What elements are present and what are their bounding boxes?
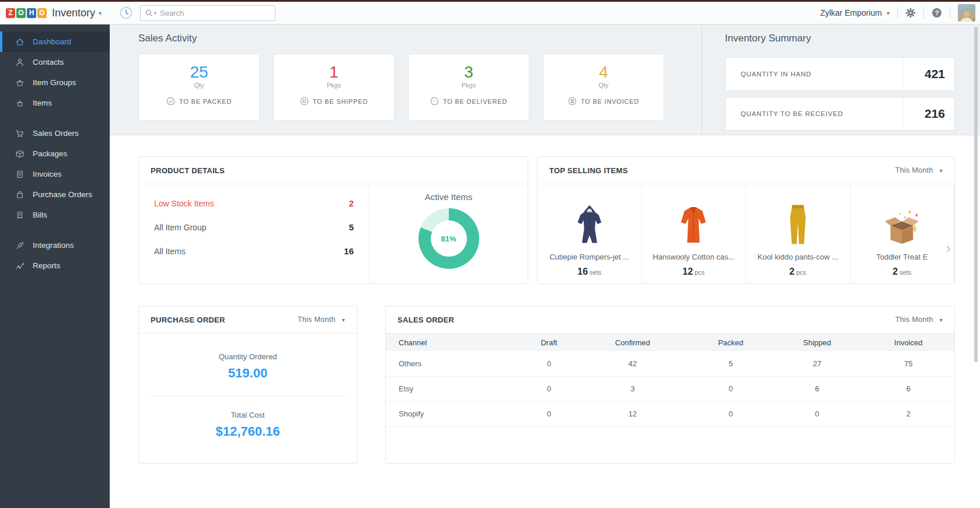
column-header: Shipped (772, 334, 862, 351)
cart-icon (15, 129, 25, 138)
top-selling-title: TOP SELLING ITEMS (549, 166, 628, 175)
card-label: TO BE DELIVERED (443, 98, 507, 105)
help-icon: ? (932, 8, 942, 18)
all-items-row[interactable]: All Items 16 (154, 239, 354, 263)
bill-icon (15, 211, 25, 220)
card-unit: Pkgs (409, 82, 529, 89)
organization-selector[interactable]: Zylkar Emporium ▾ (820, 8, 890, 17)
divider (950, 6, 950, 19)
dashed-divider (151, 396, 345, 397)
basket-icon (15, 99, 25, 108)
card-value: 3 (409, 64, 529, 81)
table-header-row: Channel Draft Confirmed Packed Shipped I… (386, 334, 954, 351)
sidebar-item-reports[interactable]: Reports (0, 255, 110, 276)
recent-history-button[interactable] (119, 6, 133, 20)
chevron-down-icon: ▾ (940, 167, 943, 174)
sidebar-item-integrations[interactable]: Integrations (0, 235, 110, 255)
all-item-group-row[interactable]: All Item Group 5 (154, 215, 354, 239)
quantity-to-be-received-card[interactable]: QUANTITY TO BE RECEIVED 216 (725, 97, 955, 131)
low-stock-items-row[interactable]: Low Stock Items 2 (154, 191, 354, 215)
help-button[interactable]: ? (932, 8, 942, 18)
sidebar-item-packages[interactable]: Packages (0, 143, 110, 164)
purchase-order-period-dropdown[interactable]: This Month ▾ (298, 316, 345, 324)
product-name: Inventory (52, 7, 95, 19)
doc-circle-icon (568, 97, 577, 106)
quantity-in-hand-card[interactable]: QUANTITY IN HAND 421 (725, 57, 955, 91)
sidebar-item-label: Sales Orders (33, 129, 79, 138)
card-to-be-delivered[interactable]: 3 Pkgs TO BE DELIVERED (408, 54, 529, 121)
product-details-title: PRODUCT DETAILS (151, 166, 225, 175)
cardigan-image (676, 198, 710, 247)
active-items-section: Active Items 81% (369, 184, 528, 284)
table-row: Etsy 0 3 0 6 6 (386, 376, 954, 401)
sidebar-item-sales-orders[interactable]: Sales Orders (0, 123, 110, 143)
package-icon (15, 149, 25, 159)
quantity-ordered-label: Quantity Ordered (139, 352, 357, 361)
column-header: Confirmed (576, 334, 689, 351)
total-cost-value[interactable]: $12,760.16 (139, 424, 357, 439)
sidebar-item-dashboard[interactable]: Dashboard (0, 31, 110, 52)
sales-activity-cards: 25 Qty TO BE PACKED 1 Pkgs TO BE SHIPPED… (138, 54, 664, 121)
sales-order-panel: SALES ORDER This Month ▾ Channel Draft C… (385, 306, 955, 464)
carousel-next-button[interactable]: › (943, 238, 953, 258)
card-value: 4 (543, 64, 664, 81)
sales-activity-title: Sales Activity (138, 33, 197, 44)
top-selling-item[interactable]: Hanswooly Cotton cas... 12pcs (642, 184, 747, 284)
card-to-be-invoiced[interactable]: 4 Qty TO BE INVOICED (543, 54, 664, 121)
chevron-right-icon: › (946, 239, 951, 257)
top-selling-item[interactable]: Toddler Treat E 2sets (850, 184, 955, 284)
search-input[interactable] (160, 9, 270, 17)
sidebar-item-label: Integrations (33, 241, 74, 250)
card-value: 25 (139, 64, 259, 81)
sales-order-table: Channel Draft Confirmed Packed Shipped I… (386, 334, 954, 427)
sidebar-item-bills[interactable]: Bills (0, 205, 110, 225)
invoice-icon (15, 170, 25, 179)
sales-order-period-dropdown[interactable]: This Month ▾ (895, 316, 943, 324)
chevron-down-icon: ▾ (99, 10, 102, 16)
product-details-list: Low Stock Items 2 All Item Group 5 All I… (139, 184, 369, 284)
user-avatar[interactable] (958, 4, 975, 22)
sidebar-item-item-groups[interactable]: Item Groups (0, 72, 110, 93)
purchase-order-title: PURCHASE ORDER (151, 316, 225, 324)
sidebar-item-label: Purchase Orders (33, 190, 92, 199)
card-unit: Pkgs (274, 82, 394, 89)
history-icon (119, 6, 133, 20)
sidebar-item-label: Packages (33, 149, 67, 158)
search-icon (145, 9, 153, 17)
purchase-order-panel: PURCHASE ORDER This Month ▾ Quantity Ord… (138, 306, 357, 464)
check-circle-icon (166, 97, 175, 106)
sidebar-item-label: Dashboard (33, 37, 71, 46)
card-label: TO BE PACKED (179, 98, 232, 105)
sidebar-item-contacts[interactable]: Contacts (0, 52, 110, 72)
vertical-scrollbar-thumb[interactable] (974, 27, 978, 362)
inventory-summary-title: Inventory Summary (725, 33, 811, 44)
card-to-be-packed[interactable]: 25 Qty TO BE PACKED (138, 54, 260, 121)
sidebar-item-items[interactable]: Items (0, 93, 110, 113)
home-icon (15, 37, 25, 47)
quantity-ordered-value[interactable]: 519.00 (139, 366, 357, 381)
organization-name: Zylkar Emporium (820, 8, 882, 17)
plug-icon (15, 241, 25, 250)
card-to-be-shipped[interactable]: 1 Pkgs TO BE SHIPPED (273, 54, 395, 121)
logo-letter: O (37, 8, 47, 18)
top-selling-item[interactable]: Cutiepie Rompers-jet ... 16sets (538, 184, 642, 284)
active-items-donut: 81% (418, 208, 479, 269)
settings-button[interactable] (905, 8, 916, 18)
romper-image (576, 198, 604, 247)
table-row: Others 0 42 5 27 75 (386, 351, 954, 376)
sidebar-item-purchase-orders[interactable]: Purchase Orders (0, 184, 110, 205)
quantity-to-be-received-label: QUANTITY TO BE RECEIVED (726, 110, 843, 117)
logo-letter: Z (6, 8, 15, 18)
search-box[interactable]: ▾ (140, 5, 275, 21)
column-header: Invoiced (863, 334, 954, 351)
top-selling-period-dropdown[interactable]: This Month ▾ (895, 166, 943, 174)
top-selling-item[interactable]: Kool kiddo pants-cow ... 2pcs (746, 184, 850, 284)
sidebar-item-label: Item Groups (33, 78, 76, 87)
sidebar-item-label: Bills (33, 211, 47, 219)
sidebar-item-invoices[interactable]: Invoices (0, 164, 110, 184)
zoho-logo[interactable]: Z O H O Inventory ▾ (6, 7, 102, 19)
zoho-inventory-dashboard: Z O H O Inventory ▾ ▾ Zylkar Emporium ▾ (0, 0, 980, 508)
card-label: TO BE SHIPPED (313, 98, 368, 105)
search-scope-caret-icon[interactable]: ▾ (154, 10, 156, 16)
summary-strip: Sales Activity 25 Qty TO BE PACKED 1 Pkg… (110, 24, 980, 135)
